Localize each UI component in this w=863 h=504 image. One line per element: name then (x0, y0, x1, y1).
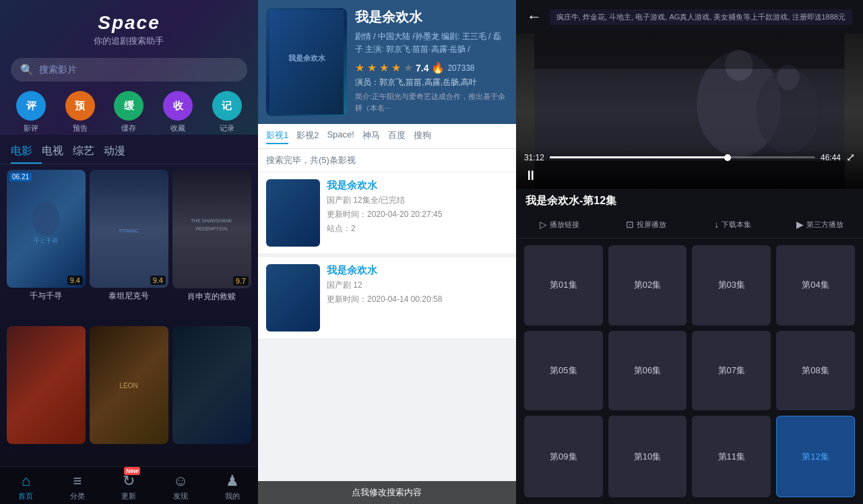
result-update-1: 更新时间：2020-04-20 20:27:45 (327, 209, 508, 220)
list-item[interactable]: 我是余欢水 国产剧 12集全/已完结 更新时间：2020-04-20 20:27… (258, 172, 516, 253)
cast-icon: ⊡ (626, 219, 634, 230)
qa-preview-icon: 预 (65, 91, 95, 121)
list-item[interactable]: 千と千尋 06.21 9.4 千与千寻 (7, 170, 86, 322)
fullscreen-button[interactable]: ⤢ (846, 151, 855, 164)
list-item[interactable]: TITANIC 9.4 泰坦尼克号 (90, 170, 168, 322)
movie-title: 千与千寻 (7, 288, 86, 303)
episode-02[interactable]: 第02集 (608, 245, 687, 325)
tab-movie[interactable]: 电影 (11, 140, 42, 164)
movie-title (90, 444, 168, 448)
result-type-1: 国产剧 12集全/已完结 (327, 195, 508, 206)
list-item[interactable] (7, 326, 86, 467)
episode-03[interactable]: 第03集 (692, 245, 771, 325)
movie-score: 9.4 (67, 276, 83, 285)
result-site-1: 站点：2 (327, 223, 508, 234)
video-episode-title: 我是余欢水-第12集 (525, 194, 854, 208)
qa-review[interactable]: 评 影评 (16, 91, 46, 133)
thirdparty-icon: ▶ (796, 219, 804, 230)
thirdparty-button[interactable]: ▶ 第三方播放 (776, 216, 863, 232)
logo-area: Space 你的追剧搜索助手 (0, 0, 258, 53)
search-bar[interactable]: 🔍 搜索影片 (11, 58, 247, 82)
current-time: 31:12 (524, 153, 544, 162)
nav-category[interactable]: ≡ 分类 (52, 472, 104, 501)
qa-preview[interactable]: 预 预告 (65, 91, 95, 133)
download-button[interactable]: ↓ 下载本集 (689, 216, 776, 232)
episode-05[interactable]: 第05集 (524, 331, 603, 411)
detail-info: 我是余欢水 剧情 / 中国大陆 /孙墨龙 编剧: 王三毛 / 磊子 主演: 郭京… (355, 8, 508, 116)
nav-update-label: 更新 (121, 491, 136, 501)
nav-profile-label: 我的 (225, 491, 240, 501)
nav-update[interactable]: ↻ New 更新 (103, 472, 155, 501)
src-tab-space[interactable]: Space! (327, 128, 354, 144)
list-item[interactable]: 我是余欢水 国产剧 12 更新时间：2020-04-14 00:20:58 (258, 257, 516, 338)
episode-11[interactable]: 第11集 (692, 416, 771, 497)
thirdparty-label: 第三方播放 (806, 220, 843, 230)
episode-01[interactable]: 第01集 (524, 245, 603, 325)
playlink-button[interactable]: ▷ 播放链接 (516, 216, 603, 232)
discover-icon: ☺ (173, 472, 188, 490)
qa-review-icon: 评 (16, 91, 46, 121)
episode-09[interactable]: 第09集 (524, 416, 603, 497)
list-item[interactable] (172, 326, 251, 467)
src-tab-1[interactable]: 影视1 (266, 128, 288, 144)
list-item[interactable]: THE SHAWSHANKREDEMPTION 9.7 肖申克的救赎 (172, 170, 251, 322)
download-label: 下载本集 (722, 220, 751, 230)
episode-07[interactable]: 第07集 (692, 331, 771, 411)
result-details-2: 我是余欢水 国产剧 12 更新时间：2020-04-14 00:20:58 (327, 264, 508, 332)
episode-04[interactable]: 第04集 (776, 245, 855, 325)
qa-review-label: 影评 (24, 123, 38, 133)
detail-header: 我是余欢水 我是余欢水 剧情 / 中国大陆 /孙墨龙 编剧: 王三毛 / 磊子 … (258, 0, 516, 124)
score-number: 7.4 (416, 63, 428, 73)
star-3: ★ (379, 61, 389, 74)
nav-home[interactable]: ⌂ 首页 (0, 472, 52, 501)
back-button[interactable]: ← (527, 8, 542, 26)
nav-discover[interactable]: ☺ 发现 (155, 472, 207, 501)
episode-12[interactable]: 第12集 (776, 416, 855, 497)
nav-category-label: 分类 (70, 491, 85, 501)
movie-score: 9.7 (233, 276, 249, 286)
result-type-2: 国产剧 12 (327, 280, 508, 291)
qa-cache[interactable]: 缓 缓存 (114, 91, 143, 133)
list-item[interactable]: LEON (90, 326, 168, 467)
cast-button[interactable]: ⊡ 投屏播放 (603, 216, 690, 232)
result-title-1[interactable]: 我是余欢水 (327, 179, 508, 192)
src-tab-shenma[interactable]: 神马 (362, 128, 380, 144)
search-result-info: 搜索完毕，共(5)条影视 (258, 149, 516, 172)
movie-title (7, 444, 86, 448)
episode-grid: 第01集 第02集 第03集 第04集 第05集 第06集 第07集 第08集 … (516, 239, 863, 504)
qa-collect-icon: 收 (163, 91, 193, 121)
svg-text:REDEMPTION: REDEMPTION (196, 226, 228, 231)
tab-anime[interactable]: 动漫 (104, 140, 135, 164)
src-tab-sogou[interactable]: 搜狗 (414, 128, 431, 144)
ad-banner: 疯庄牛, 炸金花, 斗地主, 电子游戏, AG真人游戏, 美女捕鱼等上千款游戏,… (550, 9, 852, 25)
action-row: ▷ 播放链接 ⊡ 投屏播放 ↓ 下载本集 ▶ 第三方播放 (516, 214, 863, 239)
progress-bar: 31:12 46:44 ⤢ (524, 151, 855, 164)
qa-collect[interactable]: 收 收藏 (163, 91, 193, 133)
result-title-2[interactable]: 我是余欢水 (327, 264, 508, 277)
episode-10[interactable]: 第10集 (608, 416, 687, 497)
qa-cache-icon: 缓 (114, 91, 143, 121)
tab-tv[interactable]: 电视 (42, 140, 73, 164)
qa-record-label: 记录 (220, 123, 234, 133)
pause-button[interactable]: ⏸ (524, 168, 538, 183)
result-thumb-2 (266, 264, 320, 332)
episode-08[interactable]: 第08集 (776, 331, 855, 411)
progress-track[interactable] (550, 156, 815, 158)
edit-hint[interactable]: 点我修改搜索内容 (258, 481, 516, 504)
playlink-label: 播放链接 (550, 220, 579, 230)
qa-record[interactable]: 记 记录 (212, 91, 242, 133)
tab-variety[interactable]: 综艺 (73, 140, 104, 164)
nav-profile[interactable]: ♟ 我的 (206, 472, 258, 501)
video-player: 31:12 46:44 ⤢ ⏸ (516, 34, 863, 189)
star-rating: ★ ★ ★ ★ ★ 7.4 🔥 207338 (355, 61, 508, 74)
fire-icon: 🔥 (431, 61, 445, 74)
src-tab-baidu[interactable]: 百度 (388, 128, 406, 144)
episode-06[interactable]: 第06集 (608, 331, 687, 411)
detail-meta: 剧情 / 中国大陆 /孙墨龙 编剧: 王三毛 / 磊子 主演: 郭京飞·苗苗·高… (355, 30, 508, 56)
svg-rect-14 (534, 34, 844, 69)
result-update-2: 更新时间：2020-04-14 00:20:58 (327, 294, 508, 305)
svg-text:THE SHAWSHANK: THE SHAWSHANK (191, 218, 232, 223)
update-badge-wrap: ↻ New (123, 472, 135, 490)
playlink-icon: ▷ (540, 219, 547, 230)
src-tab-2[interactable]: 影视2 (296, 128, 319, 144)
